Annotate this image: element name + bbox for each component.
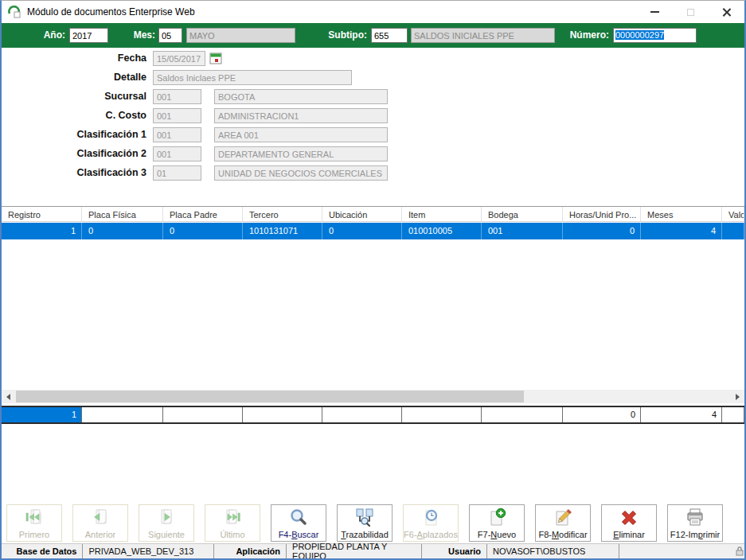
numero-input[interactable]: 0000000297 — [613, 28, 697, 43]
column-header-placa-padre[interactable]: Placa Padre — [163, 207, 243, 221]
cell-placa-fisica: 0 — [82, 223, 163, 239]
scroll-left-button[interactable] — [2, 390, 15, 403]
sucursal-code-field — [153, 89, 201, 104]
clasificacion1-row: Clasificación 1 — [2, 127, 744, 143]
nuevo-label: F7-Nuevo — [478, 530, 516, 539]
column-header-bodega[interactable]: Bodega — [482, 207, 563, 221]
numero-selected-text: 0000000297 — [615, 30, 664, 40]
summary-tercero — [243, 407, 322, 422]
imprimir-button[interactable]: F12-Imprimir — [667, 504, 723, 542]
ultimo-label: Último — [220, 530, 244, 539]
minimize-button[interactable] — [637, 1, 673, 23]
ano-input[interactable] — [69, 28, 108, 43]
fecha-field — [153, 51, 205, 66]
search-icon — [288, 507, 309, 529]
clasificacion3-desc-field — [214, 165, 388, 181]
sucursal-desc-field — [214, 89, 388, 104]
column-header-item[interactable]: Item — [402, 207, 482, 221]
summary-row: 1 0 4 — [2, 406, 744, 424]
column-header-valor[interactable]: Valo — [722, 207, 744, 221]
cell-meses: 4 — [641, 223, 722, 239]
close-button[interactable] — [709, 1, 744, 23]
close-icon — [721, 7, 732, 18]
trazabilidad-button[interactable]: Trazabilidad — [337, 504, 393, 542]
subtipo-name-field — [411, 28, 555, 43]
clasificacion3-label: Clasificación 3 — [2, 167, 146, 178]
detalle-row: Detalle — [2, 70, 744, 86]
nuevo-button[interactable]: F7-Nuevo — [469, 504, 525, 542]
cell-tercero: 1010131071 — [243, 223, 322, 239]
fecha-label: Fecha — [2, 52, 146, 64]
ccosto-code-field — [153, 108, 201, 123]
sucursal-row: Sucursal — [2, 89, 744, 105]
ano-label: Año: — [18, 29, 65, 41]
cell-bodega: 001 — [482, 223, 563, 239]
subtipo-input[interactable] — [371, 28, 408, 43]
subtipo-label: Subtipo: — [317, 29, 367, 41]
mes-input[interactable] — [158, 28, 182, 43]
clasificacion1-label: Clasificación 1 — [2, 129, 146, 140]
app-window: Módulo de documentos Enterprise Web Año:… — [0, 0, 746, 560]
aplazados-button: F6-Aplazados — [403, 504, 459, 542]
scrollbar-thumb[interactable] — [16, 391, 524, 402]
siguiente-label: Siguiente — [148, 530, 185, 539]
modificar-label: F8-Modificar — [538, 530, 587, 539]
anterior-label: Anterior — [85, 530, 116, 539]
clasificacion3-row: Clasificación 3 — [2, 165, 744, 181]
first-record-icon — [24, 507, 45, 529]
grid-header: Registro Placa Física Placa Padre Tercer… — [2, 206, 744, 222]
delete-x-icon — [619, 507, 639, 529]
maximize-icon — [687, 9, 694, 16]
column-header-meses[interactable]: Meses — [641, 207, 722, 221]
numero-label: Número: — [559, 29, 609, 41]
document-header-bar: Año: Mes: Subtipo: Número: 0000000297 — [2, 23, 744, 48]
fecha-row: Fecha — [2, 51, 744, 67]
summary-meses: 4 — [641, 407, 722, 422]
buscar-button[interactable]: F4-Buscar — [271, 504, 326, 542]
primero-button: Primero — [6, 504, 62, 542]
column-header-horas[interactable]: Horas/Unid Pro... — [563, 207, 641, 221]
eliminar-label: Eliminar — [613, 530, 645, 539]
clasificacion3-code-field — [153, 165, 201, 181]
printer-icon — [685, 507, 705, 529]
next-record-icon — [156, 507, 177, 529]
calendar-button[interactable] — [209, 52, 224, 65]
lock-icon — [735, 546, 744, 558]
summary-horas: 0 — [563, 407, 641, 422]
cell-valor — [722, 223, 744, 239]
cell-placa-padre: 0 — [163, 223, 243, 239]
clasificacion1-code-field — [153, 127, 201, 142]
buscar-label: F4-Buscar — [279, 530, 319, 539]
lock-area — [619, 544, 744, 558]
column-header-ubicacion[interactable]: Ubicación — [322, 207, 402, 221]
ccosto-desc-field — [214, 108, 388, 123]
table-row-selected[interactable]: 1 0 0 1010131071 0 010010005 001 0 4 — [2, 223, 744, 239]
scroll-right-button[interactable] — [731, 390, 744, 403]
mes-name-field — [186, 28, 295, 43]
cell-horas: 0 — [563, 223, 641, 239]
aplazados-label: F6-Aplazados — [404, 530, 458, 539]
app-logo-icon — [8, 6, 21, 18]
mes-label: Mes: — [119, 29, 155, 41]
column-header-registro[interactable]: Registro — [2, 207, 82, 221]
application-value: PROPIEDAD PLANTA Y EQUIPO — [287, 544, 422, 558]
edit-pencil-icon — [553, 507, 573, 529]
last-record-icon — [222, 507, 243, 529]
ultimo-button: Último — [205, 504, 260, 542]
clasificacion2-code-field — [153, 146, 201, 161]
cell-item: 010010005 — [402, 223, 482, 239]
eliminar-button[interactable]: Eliminar — [601, 504, 657, 542]
column-header-tercero[interactable]: Tercero — [243, 207, 322, 221]
column-header-placa-fisica[interactable]: Placa Física — [82, 207, 163, 221]
summary-valor — [722, 407, 744, 422]
summary-registro: 1 — [2, 407, 82, 422]
database-label: Base de Datos — [2, 544, 83, 558]
summary-ubicacion — [322, 407, 402, 422]
grid-empty-area — [2, 239, 744, 390]
scroll-left-icon — [6, 394, 10, 400]
database-value: PRIVADA_WEB_DEV_313 — [83, 544, 213, 558]
horizontal-scrollbar[interactable] — [2, 390, 744, 403]
imprimir-label: F12-Imprimir — [670, 530, 720, 539]
deferred-clock-icon — [420, 507, 441, 529]
modificar-button[interactable]: F8-Modificar — [535, 504, 591, 542]
